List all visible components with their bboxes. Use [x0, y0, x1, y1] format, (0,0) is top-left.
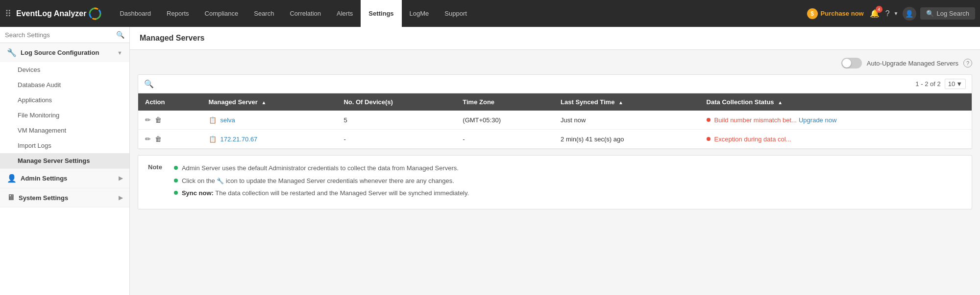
top-nav: Dashboard Reports Compliance Search Corr…: [112, 0, 807, 27]
sidebar-item-file-monitoring[interactable]: File Monitoring: [0, 108, 129, 123]
purchase-label: Purchase now: [821, 10, 864, 17]
system-settings-label: System Settings: [19, 194, 115, 202]
log-search-button[interactable]: 🔍 Log Search: [920, 7, 976, 20]
sidebar-section-log-source-header[interactable]: 🔧 Log Source Configuration ▼: [0, 43, 129, 62]
row1-status: Build number mismatch bet... Upgrade now: [700, 111, 972, 130]
data-collection-sort: ▲: [778, 100, 783, 105]
auto-upgrade-help[interactable]: ?: [963, 59, 972, 68]
user-menu-button[interactable]: 👤: [903, 7, 916, 21]
sidebar-section-system: 🖥 System Settings ▶: [0, 188, 129, 207]
note-content: Note Admin Server uses the default Admin…: [148, 163, 962, 201]
note-section: Note Admin Server uses the default Admin…: [138, 155, 972, 209]
wrench-inline-icon: 🔧: [217, 178, 225, 184]
note-item-3: Sync now: The data collection will be re…: [174, 188, 469, 198]
help-button[interactable]: ?: [885, 9, 890, 18]
notification-badge: 4: [876, 6, 882, 13]
nav-settings[interactable]: Settings: [361, 0, 401, 27]
admin-settings-icon: 👤: [7, 174, 17, 183]
main-layout: 🔍 🔧 Log Source Configuration ▼ Devices D…: [0, 27, 980, 295]
nav-logme[interactable]: LogMe: [402, 0, 437, 27]
sidebar-item-devices[interactable]: Devices: [0, 62, 129, 77]
col-action: Action: [138, 93, 201, 111]
sidebar-item-database-audit[interactable]: Database Audit: [0, 77, 129, 92]
row1-server-link[interactable]: 📋 selva: [208, 115, 330, 124]
last-synced-sort: ▲: [618, 100, 623, 105]
managed-servers-table: Action Managed Server ▲ No. Of Device(s)…: [138, 93, 972, 149]
sidebar-section-system-header[interactable]: 🖥 System Settings ▶: [0, 188, 129, 207]
note-item-1: Admin Server uses the default Administra…: [174, 163, 469, 173]
auto-upgrade-label: Auto-Upgrade Managed Servers: [867, 60, 958, 67]
row1-error-text: Build number mismatch bet...: [714, 116, 797, 124]
system-settings-chevron: ▶: [119, 195, 122, 201]
row1-timezone: (GMT+05:30): [456, 111, 554, 130]
nav-support[interactable]: Support: [437, 0, 475, 27]
sidebar-section-admin-header[interactable]: 👤 Admin Settings ▶: [0, 169, 129, 188]
log-source-chevron: ▼: [117, 50, 122, 56]
auto-upgrade-toggle[interactable]: [841, 58, 862, 68]
table-search-icon[interactable]: 🔍: [144, 79, 154, 89]
row1-delete-icon[interactable]: 🗑: [155, 116, 162, 124]
sidebar-item-vm-management[interactable]: VM Management: [0, 123, 129, 138]
purchase-button[interactable]: $ Purchase now: [807, 8, 864, 19]
content-body: Auto-Upgrade Managed Servers ? 🔍 1 - 2 o…: [130, 50, 980, 217]
page-size-chevron: ▼: [956, 80, 962, 88]
page-size-value: 10: [948, 80, 955, 88]
search-icon: 🔍: [926, 10, 934, 17]
page-title: Managed Servers: [140, 34, 205, 42]
row1-server-icon: 📋: [208, 115, 217, 124]
nav-dashboard[interactable]: Dashboard: [112, 0, 159, 27]
note-item-2: Click on the 🔧 icon to update the Manage…: [174, 176, 469, 186]
table-pagination: 1 - 2 of 2 10 ▼: [915, 79, 966, 89]
sidebar-search-container: 🔍: [0, 27, 129, 43]
sidebar-item-import-logs[interactable]: Import Logs: [0, 138, 129, 153]
table-row: ✏ 🗑 📋 selva 5 (GMT+0: [138, 111, 972, 130]
sidebar-item-applications[interactable]: Applications: [0, 92, 129, 108]
row1-devices: 5: [337, 111, 456, 130]
table-header: Action Managed Server ▲ No. Of Device(s)…: [138, 93, 972, 111]
sidebar: 🔍 🔧 Log Source Configuration ▼ Devices D…: [0, 27, 130, 295]
nav-correlation[interactable]: Correlation: [282, 0, 329, 27]
sidebar-item-manage-server-settings[interactable]: Manage Server Settings: [0, 153, 129, 168]
sidebar-search-input[interactable]: [5, 31, 113, 39]
top-right: $ Purchase now 🔔 4 ? ▼ 👤 🔍 Log Search: [807, 7, 975, 21]
help-dropdown[interactable]: ▼: [894, 11, 899, 16]
nav-search[interactable]: Search: [246, 0, 282, 27]
log-source-label: Log Source Configuration: [21, 49, 113, 56]
note-label: Note: [148, 163, 162, 171]
col-managed-server[interactable]: Managed Server ▲: [201, 93, 337, 111]
row2-server-link[interactable]: 📋 172.21.70.67: [208, 135, 330, 143]
note-dot-3: [174, 191, 178, 195]
app-grid-icon[interactable]: ⠿: [5, 8, 11, 19]
row2-server-name: 📋 172.21.70.67: [201, 130, 337, 149]
row2-last-synced: 2 min(s) 41 sec(s) ago: [554, 130, 700, 149]
row2-delete-icon[interactable]: 🗑: [155, 135, 162, 143]
table-toolbar: 🔍 1 - 2 of 2 10 ▼: [138, 75, 972, 93]
sidebar-search-icon: 🔍: [116, 31, 124, 39]
nav-compliance[interactable]: Compliance: [197, 0, 246, 27]
toggle-knob: [842, 59, 851, 68]
row2-error-text: Exception during data col...: [714, 136, 791, 143]
table-container: 🔍 1 - 2 of 2 10 ▼ Action: [138, 74, 972, 149]
logo-text: EventLog Analyzer: [16, 9, 86, 18]
col-data-collection[interactable]: Data Collection Status ▲: [700, 93, 972, 111]
row1-edit-icon[interactable]: ✏: [145, 116, 151, 124]
note-text-3: Sync now: The data collection will be re…: [182, 188, 469, 198]
row1-status-cell: Build number mismatch bet... Upgrade now: [707, 116, 965, 124]
col-last-synced[interactable]: Last Synced Time ▲: [554, 93, 700, 111]
nav-alerts[interactable]: Alerts: [329, 0, 361, 27]
logo: EventLog Analyzer: [16, 7, 102, 21]
managed-server-sort: ▲: [262, 100, 267, 105]
row1-action-icons: ✏ 🗑: [145, 116, 195, 124]
page-size-selector[interactable]: 10 ▼: [945, 79, 966, 89]
row2-devices: -: [337, 130, 456, 149]
system-settings-icon: 🖥: [7, 193, 15, 202]
log-source-icon: 🔧: [7, 48, 17, 57]
nav-reports[interactable]: Reports: [159, 0, 197, 27]
row1-status-dot: [707, 118, 710, 122]
notification-button[interactable]: 🔔 4: [868, 7, 882, 21]
row1-upgrade-link[interactable]: Upgrade now: [799, 116, 836, 124]
pagination-range: 1 - 2 of 2: [915, 80, 940, 88]
row1-name: selva: [220, 116, 235, 124]
row2-edit-icon[interactable]: ✏: [145, 135, 151, 143]
row2-status-dot: [707, 137, 710, 141]
